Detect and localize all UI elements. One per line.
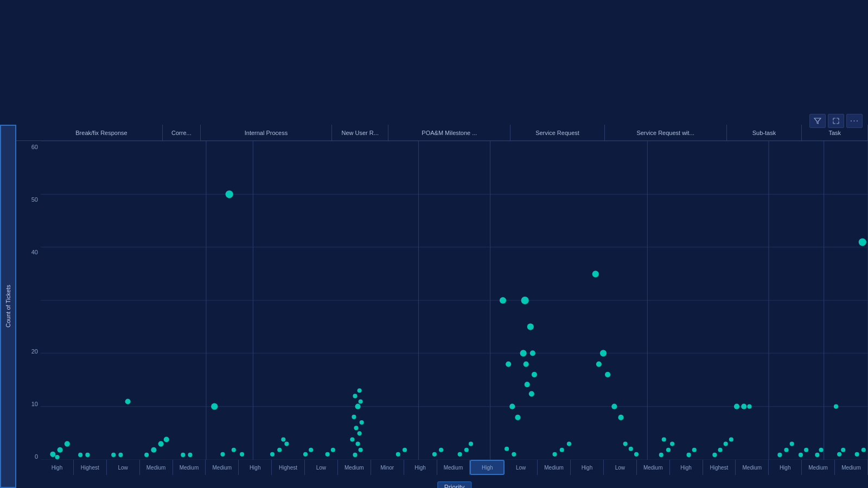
x-label-subtask-high: High: [769, 460, 802, 475]
svg-point-103: [859, 238, 866, 246]
y-numbers-spacer: [16, 125, 41, 140]
x-axis-row: High Highest Low Medium Medium Medium Hi…: [16, 460, 868, 475]
svg-point-39: [303, 452, 308, 457]
y-tick-10: 10: [16, 401, 38, 407]
y-axis-label: Count of Tickets: [0, 125, 16, 488]
x-label-sr-low: Low: [604, 460, 637, 475]
svg-point-104: [855, 452, 859, 457]
priority-label-row: Priority: [16, 475, 868, 488]
svg-point-17: [65, 441, 70, 447]
svg-point-35: [270, 452, 275, 457]
svg-point-16: [58, 447, 63, 453]
svg-point-31: [226, 190, 233, 198]
svg-point-34: [240, 452, 244, 457]
svg-point-93: [777, 453, 782, 457]
chart-container: Count of Tickets Break/fix Response Corr…: [0, 125, 868, 488]
svg-point-18: [55, 455, 59, 459]
svg-point-53: [353, 394, 357, 398]
svg-point-38: [281, 437, 285, 441]
svg-point-60: [464, 448, 469, 452]
svg-point-96: [799, 453, 803, 457]
svg-point-51: [355, 404, 361, 409]
svg-point-21: [111, 453, 116, 457]
svg-point-106: [521, 297, 529, 304]
svg-point-80: [659, 453, 663, 457]
svg-point-87: [718, 448, 722, 452]
x-axis-spacer: [16, 460, 41, 475]
chart-area: Break/fix Response Corre... Internal Pro…: [16, 125, 868, 488]
svg-point-91: [741, 404, 746, 409]
y-tick-0: 0: [16, 453, 38, 460]
svg-point-88: [724, 442, 728, 446]
x-label-srwith-high: High: [670, 460, 703, 475]
x-label-poam-low: Low: [505, 460, 538, 475]
svg-point-54: [358, 388, 362, 393]
svg-point-30: [211, 403, 218, 410]
col-header-poam: POA&M Milestone ...: [388, 125, 510, 140]
x-label-poam-high: High: [470, 460, 505, 475]
svg-point-63: [506, 362, 511, 367]
svg-point-72: [600, 350, 607, 356]
expand-button[interactable]: [828, 114, 844, 128]
scatter-canvas: [41, 141, 868, 460]
svg-point-49: [360, 420, 364, 425]
svg-point-86: [712, 453, 717, 457]
svg-point-99: [819, 448, 824, 452]
x-label-internal-minor: Minor: [371, 460, 404, 475]
svg-point-45: [356, 442, 360, 446]
svg-point-26: [158, 441, 164, 447]
svg-point-29: [188, 453, 192, 457]
y-tick-20b: 20: [16, 348, 38, 355]
x-label-breakfix-low: Low: [107, 460, 140, 475]
svg-point-82: [670, 442, 674, 446]
x-label-internal-low: Low: [305, 460, 338, 475]
svg-point-98: [815, 453, 819, 457]
svg-point-64: [509, 404, 515, 409]
svg-point-100: [834, 404, 838, 409]
col-header-subtask: Sub-task: [727, 125, 802, 140]
y-axis: 60 50 40 20 10 0: [16, 141, 41, 460]
svg-point-52: [359, 399, 363, 403]
col-header-internal: Internal Process: [201, 125, 332, 140]
y-tick-40: 40: [16, 249, 38, 255]
svg-point-102: [841, 448, 845, 452]
svg-point-61: [469, 442, 473, 446]
svg-point-62: [500, 297, 506, 304]
svg-point-77: [623, 442, 628, 446]
svg-point-73: [596, 362, 602, 367]
x-labels: High Highest Low Medium Medium Medium Hi…: [41, 460, 868, 475]
svg-point-109: [530, 350, 535, 356]
svg-point-57: [432, 452, 437, 457]
svg-point-110: [524, 362, 529, 367]
svg-point-43: [353, 453, 357, 457]
svg-point-55: [396, 452, 400, 457]
filter-button[interactable]: [809, 114, 826, 128]
scatter-svg: [41, 141, 868, 460]
svg-point-70: [567, 442, 571, 446]
svg-point-44: [359, 448, 363, 452]
more-button[interactable]: ···: [846, 114, 863, 128]
svg-point-95: [790, 442, 794, 446]
svg-point-111: [532, 372, 537, 377]
svg-point-112: [525, 382, 530, 387]
x-label-breakfix-highest: Highest: [74, 460, 107, 475]
x-label-breakfix-medium1: Medium: [140, 460, 173, 475]
svg-point-75: [611, 404, 617, 409]
svg-point-90: [734, 404, 739, 409]
col-header-breakfix: Break/fix Response: [41, 125, 163, 140]
svg-point-24: [144, 453, 149, 457]
x-label-newuser-high: High: [404, 460, 437, 475]
x-label-srwith-highest: Highest: [703, 460, 736, 475]
svg-point-33: [232, 448, 236, 452]
x-label-sr-high: High: [571, 460, 604, 475]
x-label-internal-high: High: [239, 460, 272, 475]
svg-point-101: [837, 452, 841, 457]
svg-point-108: [520, 350, 526, 356]
x-label-task-medium: Medium: [835, 460, 868, 475]
svg-point-20: [85, 453, 90, 457]
svg-point-50: [352, 415, 356, 419]
svg-point-27: [164, 436, 169, 442]
x-label-subtask-medium: Medium: [802, 460, 835, 475]
svg-point-41: [326, 452, 330, 457]
svg-point-19: [78, 453, 82, 457]
